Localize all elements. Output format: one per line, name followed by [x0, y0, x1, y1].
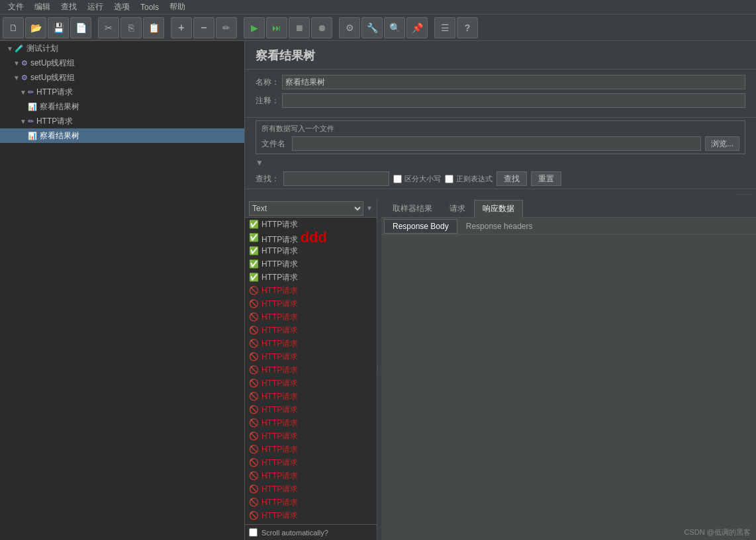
error-icon: 🚫	[249, 431, 259, 441]
tree-item-setup2[interactable]: ▼ ⚙ setUp线程组	[0, 70, 244, 85]
list-item[interactable]: 🚫 HTTP请求	[245, 482, 377, 496]
case-sensitive-checkbox[interactable]	[393, 175, 402, 183]
success-icon: ✅	[249, 273, 259, 282]
list-item[interactable]: 🚫 HTTP请求	[245, 443, 377, 456]
stop-now-button[interactable]: ⏺	[311, 17, 332, 38]
list-item[interactable]: 🚫 HTTP请求	[245, 350, 377, 363]
filename-input[interactable]	[292, 136, 701, 151]
bookmark-button[interactable]: 📌	[406, 17, 428, 38]
toolbar: 🗋 📂 💾 📄 ✂ ⎘ 📋 + − ✏ ▶ ⏭ ⏹ ⏺ ⚙ 🔧 🔍 📌 ☰ ?	[0, 15, 756, 41]
edit-button[interactable]: ✏	[216, 17, 237, 38]
subtab-response-body[interactable]: Response Body	[384, 219, 457, 234]
content-panel: 察看结果树 名称： 注释： 所有数据写入一个文件 文件名 浏览...	[245, 41, 756, 540]
collapse-row[interactable]: ▼	[245, 157, 756, 169]
list-item[interactable]: 🚫 HTTP请求	[245, 390, 377, 403]
list-type-select[interactable]: Text	[249, 201, 363, 216]
tree-toggle-plan[interactable]: ▼	[7, 45, 13, 52]
tree-item-plan[interactable]: ▼ 🧪 测试计划	[0, 41, 244, 56]
add-button[interactable]: +	[171, 17, 192, 38]
regex-checkbox[interactable]	[445, 175, 453, 183]
error-icon: 🚫	[249, 286, 259, 295]
name-input[interactable]	[282, 75, 745, 89]
reset-button[interactable]: 重置	[531, 171, 561, 186]
error-icon: 🚫	[249, 352, 259, 361]
list-item[interactable]: ✅ HTTP请求	[245, 271, 377, 284]
new-button[interactable]: 🗋	[3, 17, 24, 38]
save-button[interactable]: 📄	[70, 17, 91, 38]
list-item[interactable]: 🚫 HTTP请求	[245, 297, 377, 310]
list-item[interactable]: 🚫 HTTP请求	[245, 429, 377, 443]
list-item[interactable]: ✅ HTTP请求	[245, 257, 377, 271]
browse-button[interactable]: 浏览...	[705, 136, 739, 151]
comment-input[interactable]	[282, 93, 745, 108]
error-icon: 🚫	[249, 339, 259, 348]
run-step-button[interactable]: ⏭	[266, 17, 287, 38]
list-item[interactable]: 🚫 HTTP请求	[245, 310, 377, 324]
tree-item-http1[interactable]: ▼ ✏ HTTP请求	[0, 85, 244, 99]
tab-sampler-result[interactable]: 取样器结果	[384, 200, 441, 217]
item-label: HTTP请求	[261, 259, 298, 270]
menu-edit[interactable]: 编辑	[29, 0, 56, 14]
binoculars-button[interactable]: 🔍	[384, 17, 405, 38]
item-label: HTTP请求	[261, 298, 298, 310]
tree-item-result1[interactable]: 📊 察看结果树	[0, 99, 244, 114]
main-layout: ▼ 🧪 测试计划 ▼ ⚙ setUp线程组 ▼ ⚙ setUp线程组 ▼	[0, 41, 756, 540]
menu-options[interactable]: 选项	[109, 0, 135, 14]
item-label: HTTP请求	[261, 338, 298, 349]
search-label: 查找：	[256, 173, 279, 185]
list-item[interactable]: 🚫 HTTP请求	[245, 509, 377, 522]
list-item[interactable]: 🚫 HTTP请求	[245, 456, 377, 469]
tree-panel: ▼ 🧪 测试计划 ▼ ⚙ setUp线程组 ▼ ⚙ setUp线程组 ▼	[0, 41, 245, 540]
tree-toggle-setup2[interactable]: ▼	[13, 74, 20, 81]
help-button[interactable]: ?	[457, 17, 478, 38]
menu-find[interactable]: 查找	[56, 0, 82, 14]
stop-button[interactable]: ⏹	[289, 17, 310, 38]
open-button[interactable]: 📂	[25, 17, 46, 38]
list-item[interactable]: 🚫 HTTP请求	[245, 284, 377, 297]
result1-icon: 📊	[28, 103, 37, 111]
list-button[interactable]: ☰	[434, 17, 455, 38]
list-item[interactable]: 🚫 HTTP请求	[245, 337, 377, 350]
list-body: ✅ HTTP请求 ✅ HTTP请求 ddd ✅ HTTP请求 ✅	[245, 218, 377, 524]
run-button[interactable]: ▶	[244, 17, 265, 38]
cut-button[interactable]: ✂	[98, 17, 119, 38]
tree-item-http2[interactable]: ▼ ✏ HTTP请求	[0, 114, 244, 128]
error-icon: 🚫	[249, 405, 259, 414]
list-item[interactable]: 🚫 HTTP请求	[245, 363, 377, 377]
success-icon: ✅	[249, 246, 259, 255]
list-item[interactable]: 🚫 HTTP请求	[245, 416, 377, 429]
menu-tools[interactable]: Tools	[135, 1, 164, 13]
tree-item-setup1[interactable]: ▼ ⚙ setUp线程组	[0, 56, 244, 70]
paste-button[interactable]: 📋	[143, 17, 164, 38]
scroll-auto-checkbox[interactable]	[249, 528, 258, 537]
remove-button[interactable]: −	[193, 17, 214, 38]
file-section: 所有数据写入一个文件 文件名 浏览...	[256, 120, 745, 154]
tree-toggle-http2[interactable]: ▼	[20, 118, 26, 125]
menu-file[interactable]: 文件	[3, 0, 29, 14]
list-item[interactable]: 🚫 HTTP请求	[245, 377, 377, 390]
collapse-row-2[interactable]: ⋯⋯⋯	[245, 189, 756, 199]
menu-help[interactable]: 帮助	[164, 0, 191, 14]
list-item[interactable]: 🚫 HTTP请求	[245, 469, 377, 482]
subtab-response-headers[interactable]: Response headers	[457, 219, 542, 234]
tab-response-data[interactable]: 响应数据	[474, 200, 523, 218]
list-item[interactable]: 🚫 HTTP请求	[245, 324, 377, 337]
list-item[interactable]: ✅ HTTP请求	[245, 244, 377, 257]
list-item[interactable]: 🚫 HTTP请求	[245, 496, 377, 509]
form-area: 名称： 注释：	[245, 69, 756, 118]
item-label: HTTP请求	[261, 246, 298, 257]
tree-toggle-http1[interactable]: ▼	[20, 89, 26, 96]
tools-button[interactable]: 🔧	[361, 17, 383, 38]
tree-item-result2[interactable]: 📊 察看结果树	[0, 128, 244, 143]
list-header-dropdown[interactable]: ▼	[366, 204, 373, 212]
list-item[interactable]: ✅ HTTP请求 ddd	[245, 231, 377, 244]
list-item[interactable]: 🚫 HTTP请求	[245, 403, 377, 416]
settings-button[interactable]: ⚙	[339, 17, 360, 38]
copy-button[interactable]: ⎘	[120, 17, 142, 38]
tree-toggle-setup1[interactable]: ▼	[13, 60, 20, 67]
menu-run[interactable]: 运行	[82, 0, 109, 14]
search-input[interactable]	[283, 171, 389, 186]
save-template-button[interactable]: 💾	[48, 17, 69, 38]
search-button[interactable]: 查找	[496, 171, 527, 186]
tab-request[interactable]: 请求	[441, 200, 474, 217]
